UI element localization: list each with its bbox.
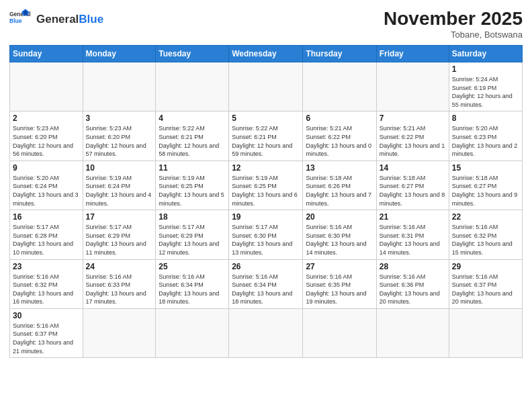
day-info-1: Sunrise: 5:24 AM Sunset: 6:19 PM Dayligh… (452, 75, 519, 109)
day-10: 10 Sunrise: 5:19 AMSunset: 6:24 PMDaylig… (83, 161, 156, 210)
empty-cell (229, 62, 303, 111)
day-2: 2 Sunrise: 5:23 AMSunset: 6:20 PMDayligh… (10, 111, 83, 161)
empty-cell (376, 62, 449, 111)
day-24: 24 Sunrise: 5:16 AMSunset: 6:33 PMDaylig… (83, 259, 156, 308)
day-8: 8 Sunrise: 5:20 AMSunset: 6:23 PMDayligh… (449, 111, 522, 161)
day-26: 26 Sunrise: 5:16 AMSunset: 6:34 PMDaylig… (229, 259, 303, 308)
day-20: 20 Sunrise: 5:16 AMSunset: 6:30 PMDaylig… (303, 210, 376, 259)
day-16: 16 Sunrise: 5:17 AMSunset: 6:28 PMDaylig… (10, 210, 83, 259)
day-23: 23 Sunrise: 5:16 AMSunset: 6:32 PMDaylig… (10, 259, 83, 308)
day-18: 18 Sunrise: 5:17 AMSunset: 6:29 PMDaylig… (156, 210, 229, 259)
day-3: 3 Sunrise: 5:23 AMSunset: 6:20 PMDayligh… (83, 111, 156, 161)
day-19: 19 Sunrise: 5:17 AMSunset: 6:30 PMDaylig… (229, 210, 303, 259)
page: General Blue GeneralBlue November 2025 T… (0, 0, 532, 411)
empty-cell (83, 308, 156, 357)
day-12: 12 Sunrise: 5:19 AMSunset: 6:25 PMDaylig… (229, 161, 303, 210)
week-row-2: 2 Sunrise: 5:23 AMSunset: 6:20 PMDayligh… (10, 111, 523, 161)
empty-cell (10, 62, 83, 111)
empty-cell (156, 62, 229, 111)
day-29: 29 Sunrise: 5:16 AMSunset: 6:37 PMDaylig… (449, 259, 522, 308)
location: Tobane, Botswana (384, 30, 523, 40)
day-22: 22 Sunrise: 5:16 AMSunset: 6:32 PMDaylig… (449, 210, 522, 259)
day-25: 25 Sunrise: 5:16 AMSunset: 6:34 PMDaylig… (156, 259, 229, 308)
week-row-3: 9 Sunrise: 5:20 AMSunset: 6:24 PMDayligh… (10, 161, 523, 210)
day-5: 5 Sunrise: 5:22 AMSunset: 6:21 PMDayligh… (229, 111, 303, 161)
title-block: November 2025 Tobane, Botswana (384, 8, 523, 40)
day-14: 14 Sunrise: 5:18 AMSunset: 6:27 PMDaylig… (376, 161, 449, 210)
week-row-6: 30 Sunrise: 5:16 AMSunset: 6:37 PMDaylig… (10, 308, 523, 357)
day-4: 4 Sunrise: 5:22 AMSunset: 6:21 PMDayligh… (156, 111, 229, 161)
empty-cell (303, 62, 376, 111)
col-wednesday: Wednesday (229, 46, 303, 62)
empty-cell (449, 308, 522, 357)
day-1: 1 Sunrise: 5:24 AM Sunset: 6:19 PM Dayli… (449, 62, 522, 111)
generalblue-logo-icon: General Blue (9, 8, 32, 31)
col-sunday: Sunday (10, 46, 83, 62)
col-saturday: Saturday (449, 46, 522, 62)
col-thursday: Thursday (303, 46, 376, 62)
logo: General Blue GeneralBlue (9, 8, 103, 31)
col-tuesday: Tuesday (156, 46, 229, 62)
day-9: 9 Sunrise: 5:20 AMSunset: 6:24 PMDayligh… (10, 161, 83, 210)
empty-cell (303, 308, 376, 357)
month-title: November 2025 (384, 8, 523, 30)
empty-cell (83, 62, 156, 111)
week-row-5: 23 Sunrise: 5:16 AMSunset: 6:32 PMDaylig… (10, 259, 523, 308)
day-7: 7 Sunrise: 5:21 AMSunset: 6:22 PMDayligh… (376, 111, 449, 161)
day-28: 28 Sunrise: 5:16 AMSunset: 6:36 PMDaylig… (376, 259, 449, 308)
empty-cell (156, 308, 229, 357)
empty-cell (229, 308, 303, 357)
day-21: 21 Sunrise: 5:16 AMSunset: 6:31 PMDaylig… (376, 210, 449, 259)
day-30: 30 Sunrise: 5:16 AMSunset: 6:37 PMDaylig… (10, 308, 83, 357)
col-friday: Friday (376, 46, 449, 62)
week-row-4: 16 Sunrise: 5:17 AMSunset: 6:28 PMDaylig… (10, 210, 523, 259)
header: General Blue GeneralBlue November 2025 T… (9, 8, 523, 40)
day-15: 15 Sunrise: 5:18 AMSunset: 6:27 PMDaylig… (449, 161, 522, 210)
col-monday: Monday (83, 46, 156, 62)
day-11: 11 Sunrise: 5:19 AMSunset: 6:25 PMDaylig… (156, 161, 229, 210)
day-17: 17 Sunrise: 5:17 AMSunset: 6:29 PMDaylig… (83, 210, 156, 259)
day-num-1: 1 (452, 64, 519, 74)
calendar: Sunday Monday Tuesday Wednesday Thursday… (9, 45, 523, 358)
day-6: 6 Sunrise: 5:21 AMSunset: 6:22 PMDayligh… (303, 111, 376, 161)
empty-cell (376, 308, 449, 357)
week-row-1: 1 Sunrise: 5:24 AM Sunset: 6:19 PM Dayli… (10, 62, 523, 111)
day-13: 13 Sunrise: 5:18 AMSunset: 6:26 PMDaylig… (303, 161, 376, 210)
svg-text:Blue: Blue (9, 17, 22, 24)
day-27: 27 Sunrise: 5:16 AMSunset: 6:35 PMDaylig… (303, 259, 376, 308)
